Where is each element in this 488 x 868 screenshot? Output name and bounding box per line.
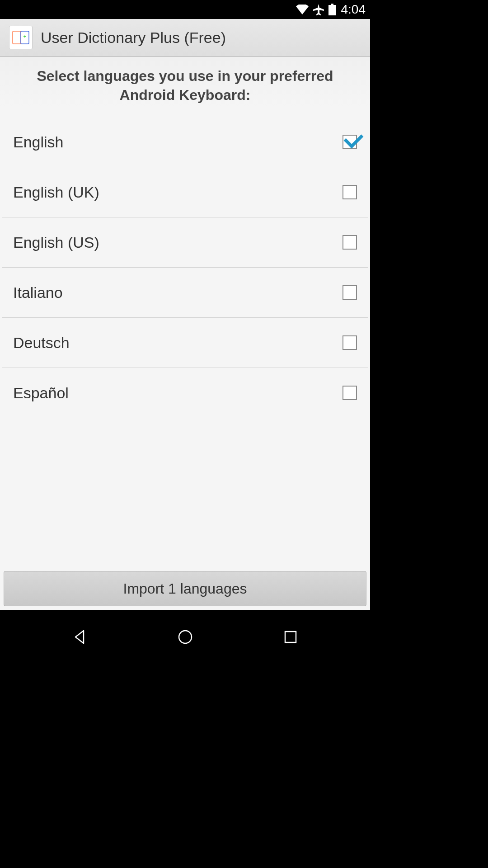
checkbox-icon[interactable] <box>343 185 357 199</box>
language-list: English English (UK) English (US) Italia… <box>0 117 370 567</box>
svg-rect-0 <box>331 4 333 5</box>
instruction-text: Select languages you use in your preferr… <box>0 57 370 117</box>
language-label: Deutsch <box>13 334 70 352</box>
checkbox-icon[interactable] <box>343 335 357 350</box>
svg-rect-4 <box>285 632 296 642</box>
wifi-icon <box>296 5 309 14</box>
svg-text:+: + <box>23 33 26 40</box>
app-bar: + User Dictionary Plus (Free) <box>0 19 370 57</box>
language-label: Italiano <box>13 284 63 302</box>
app-icon: + <box>9 26 33 49</box>
recent-apps-button[interactable] <box>277 623 304 651</box>
status-time: 4:04 <box>341 2 366 17</box>
checkbox-icon[interactable] <box>343 235 357 250</box>
language-item-english-uk[interactable]: English (UK) <box>2 167 368 217</box>
back-button[interactable] <box>66 623 94 651</box>
app-title: User Dictionary Plus (Free) <box>41 29 226 47</box>
status-bar: 4:04 <box>0 0 370 19</box>
language-label: Español <box>13 384 69 402</box>
battery-icon <box>328 4 336 15</box>
language-label: English (UK) <box>13 184 99 201</box>
navigation-bar <box>0 615 370 658</box>
language-item-deutsch[interactable]: Deutsch <box>2 318 368 368</box>
language-label: English <box>13 133 64 151</box>
svg-rect-1 <box>328 5 336 15</box>
language-item-italiano[interactable]: Italiano <box>2 268 368 318</box>
bottom-spacer <box>0 610 370 615</box>
home-button[interactable] <box>172 623 199 651</box>
airplane-mode-icon <box>312 3 325 16</box>
import-button[interactable]: Import 1 languages <box>4 571 366 606</box>
checkbox-icon[interactable] <box>343 285 357 300</box>
checkbox-icon[interactable] <box>343 135 357 149</box>
app-content: + User Dictionary Plus (Free) Select lan… <box>0 19 370 615</box>
svg-point-3 <box>179 631 192 643</box>
language-item-english[interactable]: English <box>2 117 368 167</box>
language-label: English (US) <box>13 234 99 251</box>
language-item-espanol[interactable]: Español <box>2 368 368 418</box>
checkbox-icon[interactable] <box>343 386 357 400</box>
language-item-english-us[interactable]: English (US) <box>2 217 368 268</box>
button-container: Import 1 languages <box>0 567 370 610</box>
